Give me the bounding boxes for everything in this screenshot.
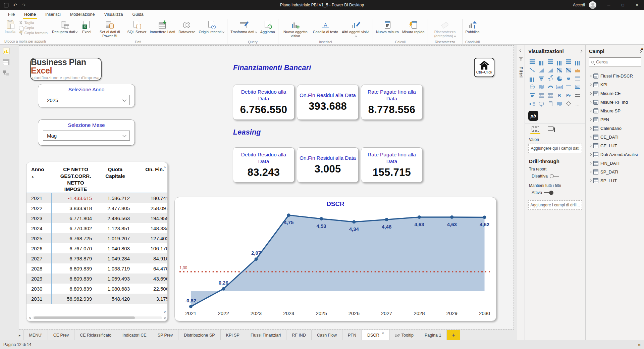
field-table-item[interactable]: Flussi Fin-DSCR — [589, 71, 641, 80]
field-table-item[interactable]: FIN_DATI — [589, 159, 641, 167]
table-row[interactable]: 2029 6.809.839 1.059.493 43.696 — [26, 273, 168, 284]
ribbon-button[interactable]: Riservatezza (anteprima) — [429, 19, 461, 40]
page-tab[interactable]: Indicatori CE — [117, 330, 152, 340]
kpi-card[interactable]: On.Fin Residui alla Data 393.688 — [297, 85, 359, 120]
visualization-icon[interactable] — [565, 83, 573, 91]
field-table-item[interactable]: SP_LUT — [589, 176, 641, 185]
ribbon-tab[interactable]: Guida — [127, 10, 148, 19]
kpi-card[interactable]: Debito Residuo alla Data 6.756.550 — [233, 85, 294, 120]
table-visual[interactable]: Anno▲ CF NETTO GEST.CORR. NETTO IMPOSTE … — [26, 162, 168, 321]
visualization-icon[interactable] — [528, 58, 536, 65]
visualization-icon[interactable] — [555, 100, 564, 107]
field-table-item[interactable]: CE_LUT — [589, 141, 641, 150]
field-table-item[interactable]: Calendario — [589, 124, 641, 133]
table-row[interactable]: 2027 6.798.879 1.049.284 84.910 — [26, 253, 168, 263]
table-row[interactable]: 2026 6.767.070 1.040.803 106.170 — [26, 243, 168, 253]
visualization-icon[interactable] — [537, 58, 545, 65]
across-reports-toggle[interactable] — [550, 174, 559, 178]
ribbon-button[interactable]: Dataverse — [177, 19, 197, 40]
ribbon-button[interactable]: A Casella di testo — [311, 19, 340, 40]
fields-subtab[interactable] — [530, 127, 540, 134]
visualization-icon[interactable] — [565, 75, 573, 82]
visualization-icon[interactable] — [565, 66, 573, 74]
page-tab[interactable]: PFN — [342, 330, 362, 340]
search-input[interactable] — [596, 59, 639, 64]
visualization-icon[interactable] — [574, 58, 582, 65]
visualization-icon[interactable] — [574, 66, 582, 74]
expand-table-icon[interactable] — [589, 74, 592, 77]
column-header-onfin[interactable]: On. Fin. — [134, 165, 168, 193]
ribbon-button[interactable]: Origini recenti — [197, 19, 226, 40]
scrollbar-thumb[interactable] — [34, 316, 135, 319]
add-page-button[interactable]: + — [447, 330, 460, 340]
scroll-right-icon[interactable]: > — [164, 316, 166, 320]
close-tab-icon[interactable]: × — [382, 330, 384, 335]
page-tab[interactable]: Distribuzione SP — [178, 330, 220, 340]
sign-in-button[interactable]: Accedi — [573, 3, 585, 7]
page-tab[interactable]: CE Prev — [48, 330, 74, 340]
ribbon-button[interactable]: Pubblica — [464, 19, 481, 40]
ribbon-tab[interactable]: Inserisci — [41, 10, 65, 19]
page-tab[interactable]: DSCR × — [362, 330, 389, 340]
ribbon-button[interactable]: Set di dati di Power BI — [94, 19, 125, 40]
horizontal-scrollbar[interactable] — [33, 316, 162, 319]
table-row[interactable]: 2030 6.809.839 1.080.683 22.506 — [26, 284, 168, 294]
scroll-left-icon[interactable]: < — [29, 316, 31, 320]
expand-table-icon[interactable] — [589, 170, 592, 173]
page-tab[interactable]: SP Prev — [152, 330, 178, 340]
expand-icon[interactable]: » — [638, 342, 641, 347]
visualization-icon[interactable] — [574, 92, 582, 99]
visualization-icon[interactable] — [546, 75, 554, 82]
visualization-icon[interactable] — [546, 100, 554, 107]
field-table-item[interactable]: Misure SP — [589, 106, 641, 115]
page-tab[interactable]: KPI SP — [220, 330, 245, 340]
ribbon-button[interactable]: SQL Server — [125, 19, 148, 40]
year-dropdown[interactable]: 2025 — [43, 95, 130, 105]
kpi-card[interactable]: Debito Residuo alla Data 83.243 — [233, 147, 294, 183]
filters-pane-collapsed[interactable]: Filtri — [517, 45, 525, 340]
column-header-anno[interactable]: Anno▲ — [26, 165, 51, 193]
field-table-item[interactable]: Misure RF Ind — [589, 98, 641, 106]
page-tab[interactable]: CE Riclassificato — [74, 330, 117, 340]
data-view-icon[interactable] — [3, 59, 9, 65]
visualization-icon[interactable] — [546, 66, 554, 74]
table-row[interactable]: 2022 3.833.918 2.477.805 258.097 — [26, 203, 168, 213]
report-view-icon[interactable] — [3, 48, 9, 54]
page-tab[interactable]: Tooltip — [389, 330, 419, 340]
expand-table-icon[interactable] — [589, 109, 592, 112]
page-tab[interactable]: RF IND — [286, 330, 311, 340]
visualization-icon[interactable] — [546, 83, 554, 91]
expand-table-icon[interactable] — [589, 127, 592, 129]
drill-field-well[interactable]: Aggiungere i campi di drill... — [528, 200, 582, 210]
visualization-icon[interactable]: … — [574, 100, 582, 107]
visualization-icon[interactable] — [528, 75, 536, 82]
scroll-down-icon[interactable]: v — [164, 310, 166, 314]
column-header-quota[interactable]: Quota Capitale — [96, 165, 134, 193]
close-button[interactable]: × — [630, 0, 644, 10]
model-view-icon[interactable] — [3, 70, 9, 76]
page-tab[interactable]: Pagina 1 — [419, 330, 447, 340]
table-row[interactable]: 2023 6.771.804 2.486.563 194.959 — [26, 213, 168, 223]
visualization-icon[interactable]: 123 — [555, 83, 564, 91]
visualization-icon[interactable]: Py — [565, 92, 573, 99]
visualization-icon[interactable] — [565, 100, 573, 107]
format-subtab[interactable] — [548, 127, 554, 134]
kpi-card[interactable]: Rate Pagate fino alla Data 8.778.556 — [361, 85, 423, 120]
ribbon-button[interactable]: Misura rapida — [400, 19, 426, 40]
table-row[interactable]: 2028 6.809.839 1.038.719 64.470 — [26, 263, 168, 273]
ribbon-button[interactable]: Aggiorna — [259, 19, 277, 40]
avatar[interactable] — [589, 1, 596, 9]
visualization-icon[interactable] — [574, 75, 582, 82]
expand-table-icon[interactable] — [589, 118, 592, 120]
undo-icon[interactable]: ↶ — [13, 2, 17, 8]
ribbon-tab[interactable]: Visualizza — [99, 10, 127, 19]
table-row[interactable]: 2024 6.770.302 1.123.851 148.334 — [26, 223, 168, 233]
ribbon-tab[interactable]: File — [3, 10, 19, 19]
expand-table-icon[interactable] — [589, 92, 592, 94]
table-row[interactable]: 2025 6.768.725 1.019.207 127.402 — [26, 233, 168, 243]
ribbon-button[interactable]: Recupera dati — [50, 19, 79, 40]
ribbon-tab[interactable]: Modellazione — [65, 10, 100, 19]
visualization-icon[interactable] — [537, 100, 545, 107]
ribbon-tab[interactable]: Home — [19, 10, 41, 19]
visualization-icon[interactable] — [537, 92, 545, 99]
